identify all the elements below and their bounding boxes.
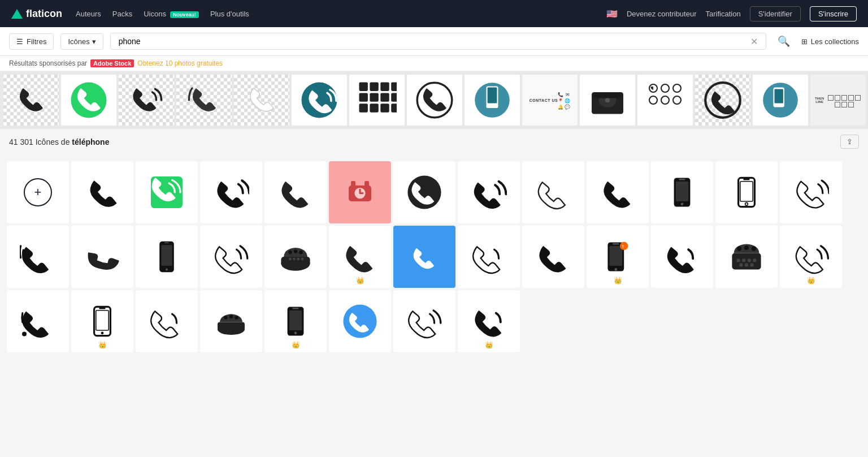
search-input-wrap: ✕ [110,33,766,50]
preview-item-12[interactable] [637,75,693,126]
sponsored-text: Résultats sponsorisés par [9,59,87,67]
svg-rect-94 [732,253,761,270]
icon-item-dark-circle-phone[interactable] [393,161,455,223]
clear-button[interactable]: ✕ [748,36,760,47]
svg-point-101 [753,258,756,262]
icon-item-phone-blue[interactable] [393,226,455,288]
icon-item-smartphone-3[interactable]: 👑 [71,290,133,352]
icon-item-smartphone-2[interactable] [136,226,198,288]
svg-rect-2 [359,83,368,91]
preview-item-2[interactable] [61,75,116,126]
svg-point-96 [744,245,749,250]
svg-rect-3 [370,83,378,91]
svg-point-76 [166,268,168,270]
icon-item-retro-phone[interactable] [264,226,327,288]
share-button[interactable]: ⇪ [840,135,859,149]
icon-item-smartphone-notification[interactable]: ! 👑 [587,226,649,288]
svg-rect-22 [594,92,622,98]
preview-item-15[interactable]: THEN LINE [810,75,866,126]
icon-item-phone-outline[interactable] [264,161,327,223]
brand-logo[interactable]: flaticon [11,8,62,20]
icon-item-smartphone-outline[interactable] [715,161,778,223]
pricing-link[interactable]: Tarification [706,10,741,18]
icon-item-phone-tilted[interactable] [71,226,133,288]
icon-item-phone-signal-filled[interactable] [458,161,520,223]
icon-item-phone-blue-circle[interactable] [329,290,391,352]
svg-rect-4 [380,83,389,91]
search-input[interactable] [116,33,748,49]
preview-item-14[interactable] [753,75,808,126]
signin-button[interactable]: S'identifier [750,6,801,21]
preview-item-1[interactable] [3,75,59,126]
svg-point-86 [301,258,304,261]
nav-more-tools[interactable]: Plus d'outils [210,10,249,18]
add-collection-button[interactable]: + [7,161,69,223]
icon-item-phone-26[interactable] [7,290,69,352]
svg-point-98 [736,258,740,262]
icon-item-phone-speaker[interactable] [7,226,69,288]
preview-item-4[interactable] [176,75,232,126]
icon-item-phone-handset-last[interactable]: 👑 [458,290,520,352]
results-count: 41 301 [9,137,33,146]
svg-rect-7 [370,93,378,101]
icon-item-desk-phone[interactable] [715,226,778,288]
collections-button[interactable]: ⊞ Les collections [801,37,859,46]
preview-item-5[interactable] [234,75,289,126]
icon-item-phone-outline-circle[interactable] [522,161,584,223]
icon-item-phone-signal-2[interactable] [458,226,520,288]
preview-item-9[interactable] [465,75,520,126]
preview-item-10[interactable]: CONTACT US 📞✉ 📍🌐 🔔💬 [522,75,578,126]
crown-icon-4: 👑 [98,341,107,349]
nav-auteurs[interactable]: Auteurs [76,10,101,18]
collections-label: Les collections [811,37,859,46]
svg-point-104 [750,263,753,266]
signup-button[interactable]: S'inscrire [810,6,857,21]
nav-packs[interactable]: Packs [112,10,132,18]
icon-item-phone-handset[interactable] [71,161,133,223]
icon-item-phone-signal-outline-3[interactable] [393,290,455,352]
grid-icon: ⊞ [801,37,808,46]
icon-item-phone-signal[interactable] [200,161,262,223]
preview-item-3[interactable] [119,75,174,126]
search-submit-button[interactable]: 🔍 [773,32,795,51]
svg-rect-109 [99,308,105,309]
icon-item-phone-signal-alt2[interactable] [136,290,198,352]
svg-rect-116 [289,311,302,330]
icon-item-phone-signal-3[interactable] [651,226,713,288]
svg-rect-118 [292,308,298,309]
svg-rect-89 [610,246,622,266]
preview-item-13[interactable] [695,75,750,126]
filter-button[interactable]: ☰ Filtres [9,33,54,50]
svg-rect-6 [359,93,368,101]
preview-strip: CONTACT US 📞✉ 📍🌐 🔔💬 [0,71,868,129]
svg-point-82 [299,251,302,254]
become-contributor-link[interactable]: Devenez contributeur [627,10,697,18]
icon-item-smartphone-bold[interactable]: 👑 [264,290,327,352]
icon-item-phone-handset-bold[interactable] [587,161,649,223]
svg-rect-5 [391,83,397,91]
icon-item-phone-handset-2[interactable]: 👑 [329,226,391,288]
svg-rect-64 [359,192,363,194]
icon-item-phone-signal-alt[interactable] [200,226,262,288]
icon-item-phone-signal-outline[interactable] [780,161,842,223]
icon-item-whatsapp[interactable] [136,161,198,223]
svg-rect-75 [161,245,172,266]
preview-item-11[interactable] [580,75,635,126]
icon-item-smartphone[interactable] [651,161,713,223]
nav-uicons[interactable]: Uicons [144,10,166,18]
filter-label: Filtres [27,37,46,46]
svg-rect-91 [613,243,619,244]
category-button[interactable]: Icônes ▾ [60,33,103,50]
adobe-cta-link[interactable]: Obtenez 10 photos gratuites [137,59,223,67]
icon-item-retro-phone-2[interactable] [200,290,262,352]
icon-item-phone-signal-4[interactable]: 👑 [780,226,842,288]
icon-item-pink-phone[interactable] [329,161,391,223]
svg-point-102 [739,263,743,266]
icon-item-phone-handset-3[interactable] [522,226,584,288]
svg-point-103 [745,263,748,266]
preview-item-7[interactable] [349,75,405,126]
preview-item-8[interactable] [407,75,462,126]
svg-rect-8 [380,93,389,101]
svg-rect-106 [94,307,111,335]
preview-item-6[interactable] [292,75,347,126]
